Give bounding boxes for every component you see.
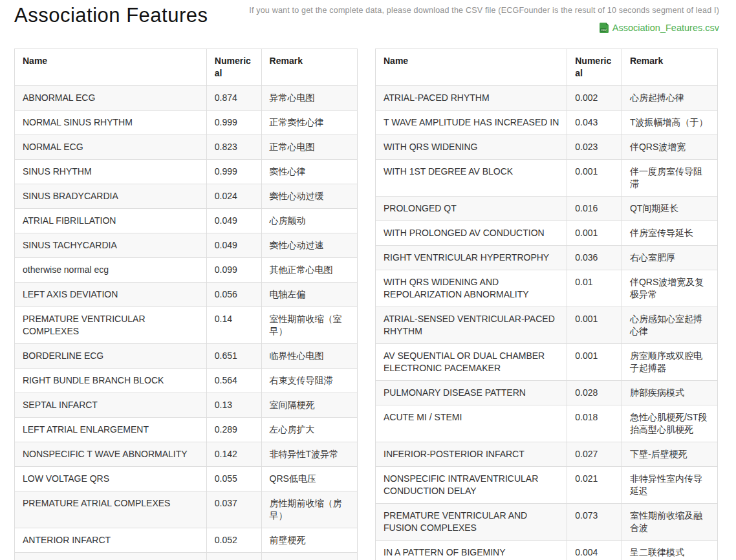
numerical-value-cell: 0.024: [206, 184, 261, 209]
feature-name-cell: ATRIAL FIBRILLATION: [15, 209, 207, 233]
remark-cell: 电轴左偏: [261, 283, 357, 307]
table-row: LOW VOLTAGE QRS0.055QRS低电压: [15, 467, 358, 491]
remark-cell: 室间隔梗死: [261, 393, 357, 418]
csv-file-icon: CSV: [600, 23, 609, 33]
feature-name-cell: PREMATURE ATRIAL COMPLEXES: [15, 491, 207, 528]
page: Association Features If you want to get …: [0, 0, 736, 560]
table-row: PULMONARY DISEASE PATTERN0.028肺部疾病模式: [376, 381, 718, 405]
feature-name-cell: LEFT AXIS DEVIATION: [15, 283, 207, 307]
numerical-value-cell: 0.023: [567, 135, 622, 160]
remark-cell: 其他正常心电图: [261, 258, 357, 283]
table-row: ACUTE MI / STEMI0.018急性心肌梗死/ST段抬高型心肌梗死: [376, 405, 718, 442]
feature-name-cell: RIGHT VENTRICULAR HYPERTROPHY: [376, 246, 567, 270]
page-title: Association Features: [14, 4, 208, 27]
table-row: WITH QRS WIDENING AND REPOLARIZATION ABN…: [376, 270, 718, 307]
feature-name-cell: LOW VOLTAGE QRS: [15, 467, 207, 491]
remark-cell: 心房起搏心律: [622, 86, 717, 111]
column-header-remark: Remark: [261, 49, 357, 86]
numerical-value-cell: 0.001: [567, 344, 622, 381]
numerical-value-cell: 0.055: [206, 467, 261, 491]
remark-cell: 窦性心动过速: [261, 233, 357, 258]
numerical-value-cell: 0.052: [206, 528, 261, 553]
table-row: T WAVE AMPLITUDE HAS INCREASED IN0.043T波…: [376, 111, 718, 135]
numerical-value-cell: 0.503: [206, 553, 261, 560]
table-row: RIGHT BUNDLE BRANCH BLOCK0.564右束支传导阻滞: [15, 369, 358, 393]
table-row: AV SEQUENTIAL OR DUAL CHAMBER ELECTRONIC…: [376, 344, 718, 381]
feature-name-cell: NONSPECIFIC INTRAVENTRICULAR CONDUCTION …: [376, 467, 567, 504]
feature-name-cell: ATRIAL-PACED RHYTHM: [376, 86, 567, 111]
remark-cell: 呈二联律模式: [622, 541, 717, 560]
header-note: If you want to get the complete data, pl…: [249, 6, 719, 15]
table-row: PREMATURE VENTRICULAR COMPLEXES0.14室性期前收…: [15, 307, 358, 344]
numerical-value-cell: 0.13: [206, 393, 261, 418]
features-table-left: Name Numerical Remark ABNORMAL ECG0.874异…: [14, 48, 358, 560]
remark-cell: 右心室肥厚: [622, 246, 717, 270]
numerical-value-cell: 0.289: [206, 418, 261, 442]
table-row: NORMAL SINUS RHYTHM0.999正常窦性心律: [15, 111, 358, 135]
feature-name-cell: WITH PROLONGED AV CONDUCTION: [376, 221, 567, 246]
feature-name-cell: WITH QRS WIDENING: [376, 135, 567, 160]
remark-cell: 伴QRS波增宽及复极异常: [622, 270, 717, 307]
numerical-value-cell: 0.564: [206, 369, 261, 393]
remark-cell: 伴QRS波增宽: [622, 135, 717, 160]
remark-cell: 正常心电图: [261, 135, 357, 160]
remark-cell: 右束支传导阻滞: [261, 369, 357, 393]
table-row: SINUS TACHYCARDIA0.049窦性心动过速: [15, 233, 358, 258]
tables-container: Name Numerical Remark ABNORMAL ECG0.874异…: [14, 48, 718, 560]
remark-cell: 心房颤动: [261, 209, 357, 233]
feature-name-cell: PREMATURE VENTRICULAR AND FUSION COMPLEX…: [376, 504, 567, 541]
numerical-value-cell: 0.027: [567, 442, 622, 467]
table-row: LEFT ATRIAL ENLARGEMENT0.289左心房扩大: [15, 418, 358, 442]
table-header-row: Name Numerical Remark: [376, 49, 718, 86]
feature-name-cell: NORMAL ECG: [15, 135, 207, 160]
csv-download-link[interactable]: CSV Association_Features.csv: [600, 23, 719, 33]
numerical-value-cell: 0.004: [567, 541, 622, 560]
numerical-value-cell: 0.823: [206, 135, 261, 160]
table-row: WITH 1ST DEGREE AV BLOCK0.001伴一度房室传导阻滞: [376, 160, 718, 197]
feature-name-cell: PULMONARY DISEASE PATTERN: [376, 381, 567, 405]
table-row: otherwise normal ecg0.099其他正常心电图: [15, 258, 358, 283]
table-header-row: Name Numerical Remark: [15, 49, 358, 86]
numerical-value-cell: 0.049: [206, 209, 261, 233]
remark-cell: 临界性心电图: [261, 344, 357, 369]
numerical-value-cell: 0.018: [567, 405, 622, 442]
remark-cell: 窦性心律: [261, 160, 357, 184]
numerical-value-cell: 0.001: [567, 307, 622, 344]
feature-name-cell: SINUS BRADYCARDIA: [15, 184, 207, 209]
remark-cell: 伴一度房室传导阻滞: [622, 160, 717, 197]
table-row: INCOMPLETE RIGHT BUNDLE BRANCH BLOCK0.50…: [15, 553, 358, 560]
remark-cell: 肺部疾病模式: [622, 381, 717, 405]
feature-name-cell: IN A PATTERN OF BIGEMINY: [376, 541, 567, 560]
remark-cell: 房室顺序或双腔电子起搏器: [622, 344, 717, 381]
feature-name-cell: T WAVE AMPLITUDE HAS INCREASED IN: [376, 111, 567, 135]
remark-cell: 急性心肌梗死/ST段抬高型心肌梗死: [622, 405, 717, 442]
remark-cell: 不完全性右束支传导阻滞: [261, 553, 357, 560]
numerical-value-cell: 0.021: [567, 467, 622, 504]
table-row: ATRIAL-SENSED VENTRICULAR-PACED RHYTHM0.…: [376, 307, 718, 344]
remark-cell: 房性期前收缩（房早）: [261, 491, 357, 528]
feature-name-cell: INCOMPLETE RIGHT BUNDLE BRANCH BLOCK: [15, 553, 207, 560]
feature-name-cell: ABNORMAL ECG: [15, 86, 207, 111]
table-row: PROLONGED QT0.016QT间期延长: [376, 197, 718, 221]
table-row: IN A PATTERN OF BIGEMINY0.004呈二联律模式: [376, 541, 718, 560]
numerical-value-cell: 0.001: [567, 160, 622, 197]
remark-cell: 伴房室传导延长: [622, 221, 717, 246]
feature-name-cell: SEPTAL INFARCT: [15, 393, 207, 418]
remark-cell: 前壁梗死: [261, 528, 357, 553]
table-row: NONSPECIFIC INTRAVENTRICULAR CONDUCTION …: [376, 467, 718, 504]
feature-name-cell: otherwise normal ecg: [15, 258, 207, 283]
remark-cell: 室性期前收缩及融合波: [622, 504, 717, 541]
table-row: SINUS RHYTHM0.999窦性心律: [15, 160, 358, 184]
column-header-remark: Remark: [622, 49, 717, 86]
numerical-value-cell: 0.01: [567, 270, 622, 307]
feature-name-cell: PREMATURE VENTRICULAR COMPLEXES: [15, 307, 207, 344]
table-row: ABNORMAL ECG0.874异常心电图: [15, 86, 358, 111]
remark-cell: 正常窦性心律: [261, 111, 357, 135]
feature-name-cell: ACUTE MI / STEMI: [376, 405, 567, 442]
remark-cell: 异常心电图: [261, 86, 357, 111]
remark-cell: 窦性心动过缓: [261, 184, 357, 209]
table-row: ANTERIOR INFARCT0.052前壁梗死: [15, 528, 358, 553]
remark-cell: 室性期前收缩（室早）: [261, 307, 357, 344]
table-row: ATRIAL FIBRILLATION0.049心房颤动: [15, 209, 358, 233]
table-row: RIGHT VENTRICULAR HYPERTROPHY0.036右心室肥厚: [376, 246, 718, 270]
